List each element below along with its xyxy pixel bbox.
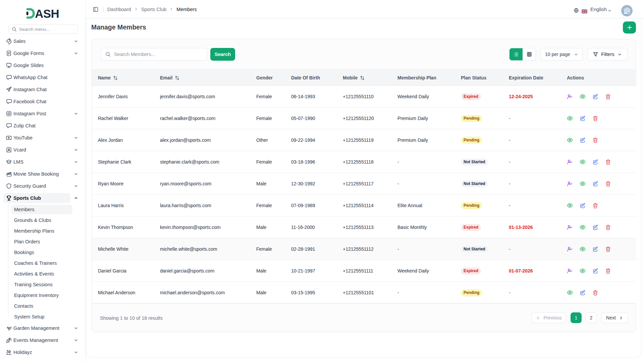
svg-text:ASH: ASH: [35, 7, 59, 20]
